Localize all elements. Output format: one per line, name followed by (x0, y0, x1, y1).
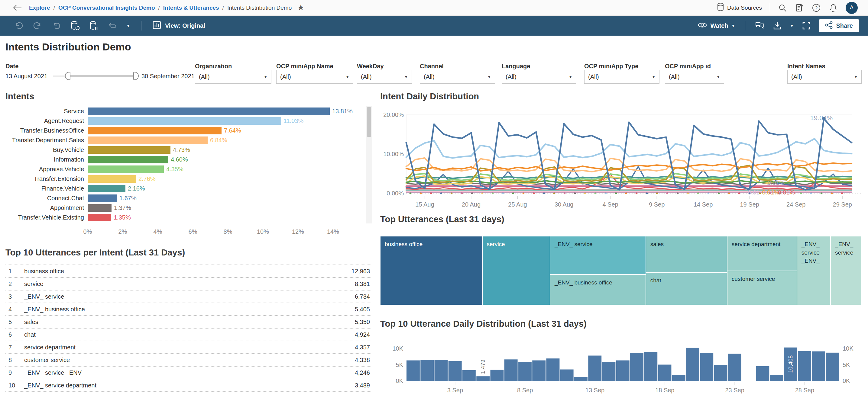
intent-bar[interactable] (88, 136, 208, 144)
breadcrumb-explore[interactable]: Explore (29, 4, 50, 11)
date-slider-track-lead[interactable] (53, 75, 65, 77)
intent-bar[interactable] (88, 214, 111, 221)
help-icon[interactable]: ? (812, 3, 821, 12)
intents-bar-row[interactable]: Transfer.BusinessOffice 7.64% (5, 126, 372, 135)
line-chart-svg[interactable]: 0.00%10.00%20.00%15 Aug20 Aug25 Aug30 Au… (380, 106, 861, 209)
view-selector[interactable]: View: Original (152, 21, 205, 31)
daily-bar[interactable] (448, 361, 462, 381)
favorite-star-icon[interactable]: ★ (297, 4, 304, 12)
table-row[interactable]: 9 _ENV_ service _ENV_ 4,246 (5, 366, 372, 379)
treemap-cell[interactable]: _ENV_ service (550, 236, 646, 274)
breadcrumb-workbook[interactable]: Intents & Utterances (163, 4, 219, 11)
treemap-cell[interactable]: _ENV_ service (831, 236, 861, 305)
daily-bar[interactable] (547, 359, 560, 381)
treemap-cell[interactable]: chat (646, 272, 727, 305)
intents-bar-row[interactable]: Transfer.Vehicle.Existing 1.35% (5, 212, 372, 222)
daily-bar[interactable] (421, 360, 434, 381)
intent-bar[interactable] (88, 117, 281, 125)
date-slider-track[interactable] (70, 75, 133, 77)
filter-dropdown-miniapp-id[interactable]: (All)▼ (665, 70, 724, 84)
intents-bar-row[interactable]: Connect.Chat 1.67% (5, 193, 372, 203)
date-slider-handle-left[interactable] (65, 72, 70, 80)
intent-bar[interactable] (88, 204, 112, 212)
daily-bar[interactable] (770, 375, 783, 381)
share-button[interactable]: Share (819, 19, 859, 32)
intents-bar-row[interactable]: Finance.Vehicle 2.16% (5, 184, 372, 193)
daily-bar[interactable] (644, 352, 657, 381)
table-row[interactable]: 3 _ENV_ service 6,734 (5, 290, 372, 303)
treemap-cell[interactable]: _ENV_ business office (550, 274, 646, 305)
comments-icon[interactable] (755, 21, 765, 31)
daily-bar[interactable] (686, 348, 700, 381)
line-series-Transfer.Department.Sales[interactable] (406, 158, 852, 172)
download-icon[interactable] (773, 21, 782, 31)
daily-bar[interactable] (672, 375, 685, 381)
intent-bar[interactable] (88, 127, 221, 134)
daily-bar[interactable] (491, 370, 504, 381)
table-row[interactable]: 2 service 8,381 (5, 277, 372, 290)
filter-dropdown-intent-names[interactable]: (All)▼ (787, 70, 862, 84)
intents-bar-row[interactable]: Agent.Request 11.03% (5, 116, 372, 126)
intents-bar-row[interactable]: Service 13.81% (5, 106, 372, 116)
peak-marker[interactable] (822, 117, 826, 120)
daily-bar[interactable] (658, 364, 672, 381)
top-utterances-treemap[interactable]: business officeservice_ENV_ service_ENV_… (380, 236, 861, 305)
intent-bar[interactable] (88, 175, 136, 183)
daily-bar[interactable] (504, 359, 518, 381)
treemap-cell[interactable]: customer service (727, 271, 797, 305)
table-row[interactable]: 6 chat 4,924 (5, 328, 372, 341)
refresh-data-icon[interactable] (70, 21, 80, 31)
treemap-cell[interactable]: service department (727, 236, 797, 271)
daily-bar[interactable] (560, 370, 574, 382)
scrollbar[interactable] (366, 106, 372, 224)
daily-bar-chart-svg[interactable]: 0K0K5K5K10K10K1,47910,4053 Sep8 Sep13 Se… (380, 334, 861, 398)
daily-bar[interactable] (812, 352, 826, 381)
daily-bar[interactable] (798, 351, 811, 382)
intents-bar-row[interactable]: Information 4.60% (5, 155, 372, 164)
daily-bar[interactable] (574, 377, 588, 381)
notifications-bell-icon[interactable] (829, 3, 838, 12)
intent-daily-line-chart[interactable]: 0.00%10.00%20.00%15 Aug20 Aug25 Aug30 Au… (380, 106, 861, 209)
date-slider-handle-right[interactable] (133, 72, 139, 80)
utterance-daily-bar-chart[interactable]: 0K0K5K5K10K10K1,47910,4053 Sep8 Sep13 Se… (380, 334, 861, 398)
search-icon[interactable] (778, 3, 787, 12)
daily-bar[interactable] (476, 376, 490, 381)
intent-bar[interactable] (88, 185, 125, 192)
filter-dropdown-language[interactable]: (All)▼ (502, 70, 576, 84)
user-avatar[interactable]: A (846, 2, 858, 14)
table-row[interactable]: 4 _ENV_ business office 5,405 (5, 303, 372, 315)
run-flow-caret-icon[interactable]: ▼ (126, 24, 130, 28)
daily-bar[interactable] (518, 362, 532, 381)
intents-bar-row[interactable]: Transfer.Department.Sales 6.84% (5, 135, 372, 145)
treemap-cell[interactable]: sales (646, 236, 727, 272)
data-sources-button[interactable]: Data Sources (717, 3, 762, 13)
breadcrumb-project[interactable]: OCP Conversational Insights Demo (58, 4, 155, 11)
filter-dropdown-miniapp-type[interactable]: (All)▼ (584, 70, 659, 84)
daily-bar[interactable] (532, 361, 546, 382)
filter-dropdown-miniapp-name[interactable]: (All)▼ (276, 70, 353, 84)
daily-bar[interactable] (435, 360, 448, 381)
scrollbar-thumb[interactable] (367, 107, 371, 137)
redo-icon[interactable] (33, 21, 42, 31)
filter-dropdown-weekday[interactable]: (All)▼ (357, 70, 412, 84)
favorites-list-icon[interactable] (795, 3, 804, 12)
daily-bar[interactable] (462, 370, 476, 381)
daily-bar[interactable] (700, 353, 713, 381)
watch-button[interactable]: Watch ▼ (698, 22, 735, 30)
intents-bar-row[interactable]: Buy.Vehicle 4.73% (5, 145, 372, 155)
download-caret-icon[interactable]: ▼ (790, 24, 794, 28)
daily-bar[interactable] (826, 353, 839, 381)
daily-bar[interactable] (728, 354, 741, 381)
table-row[interactable]: 10 _ENV_ service department 3,489 (5, 379, 372, 392)
intent-bar[interactable] (88, 195, 117, 202)
intents-bar-chart[interactable]: Service 13.81% Agent.Request 11.03% Tran… (5, 106, 372, 242)
daily-bar[interactable] (630, 353, 644, 381)
intent-bar[interactable] (88, 107, 330, 115)
intents-bar-row[interactable]: Transfer.Extension 2.76% (5, 174, 372, 184)
intents-bar-row[interactable]: Appraise.Vehicle 4.35% (5, 164, 372, 174)
daily-bar[interactable] (588, 356, 601, 382)
filter-dropdown-channel[interactable]: (All)▼ (420, 70, 495, 84)
intent-bar[interactable] (88, 146, 170, 154)
filter-dropdown-organization[interactable]: (All)▼ (195, 70, 271, 84)
treemap-cell[interactable]: service (483, 236, 550, 305)
